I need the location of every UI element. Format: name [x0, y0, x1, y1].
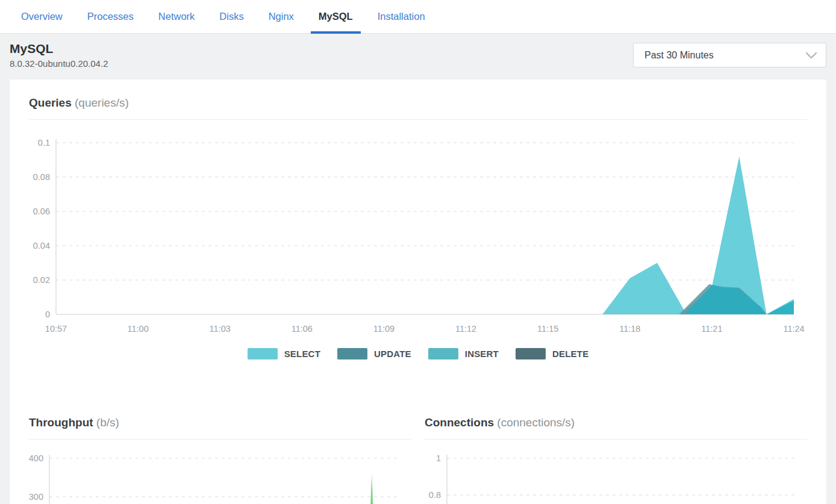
legend-swatch-delete [516, 348, 546, 359]
legend-swatch-select [248, 348, 278, 359]
legend-label: INSERT [465, 349, 499, 359]
chart-title-unit: (connections/s) [497, 416, 575, 429]
x-tick-label: 11:03 [210, 324, 231, 334]
throughput-chart-title: Throughput (b/s) [29, 416, 411, 429]
y-tick-label: 400 [29, 453, 43, 463]
tab-processes[interactable]: Processes [87, 0, 134, 34]
connections-section: Connections (connections/s) 10.8 [425, 416, 807, 504]
connections-chart-title: Connections (connections/s) [425, 416, 807, 429]
chart-title-text: Queries [29, 96, 72, 109]
legend-item-select: SELECT [248, 348, 320, 359]
tab-overview[interactable]: Overview [21, 0, 63, 34]
queries-chart: 0.10.080.060.040.02010:5711:0011:0311:06… [29, 120, 807, 341]
tab-nginx[interactable]: Nginx [269, 0, 294, 34]
queries-legend: SELECTUPDATEINSERTDELETE [29, 347, 807, 359]
tab-installation[interactable]: Installation [378, 0, 425, 34]
page-header: MySQL 8.0.32-0ubuntu0.20.04.2 Past 30 Mi… [0, 34, 836, 75]
chart-title-unit: (queries/s) [75, 96, 129, 109]
metrics-card: Queries (queries/s) 0.10.080.060.040.020… [10, 79, 826, 504]
y-tick-label: 0.04 [33, 241, 50, 250]
x-tick-label: 11:12 [455, 324, 476, 334]
y-tick-label: 0 [45, 310, 50, 319]
tab-mysql[interactable]: MySQL [319, 0, 353, 34]
queries-section: Queries (queries/s) 0.10.080.060.040.020… [29, 96, 807, 359]
tab-network[interactable]: Network [158, 0, 195, 34]
time-range-value: Past 30 Minutes [644, 50, 714, 61]
chart-title-unit: (b/s) [96, 416, 119, 429]
chart-title-text: Connections [425, 416, 494, 429]
legend-label: DELETE [552, 349, 588, 359]
legend-item-delete: DELETE [516, 348, 588, 359]
series-area-select [56, 157, 794, 314]
x-tick-label: 10:57 [45, 324, 67, 334]
x-tick-label: 11:18 [619, 324, 640, 334]
chart-title-text: Throughput [29, 416, 93, 429]
bottom-charts-row: Throughput (b/s) 400300 Connections (con… [29, 416, 807, 504]
series-area-throughput [366, 474, 378, 504]
queries-chart-title: Queries (queries/s) [29, 96, 807, 110]
x-tick-label: 11:21 [701, 324, 722, 334]
y-tick-label: 0.1 [38, 138, 50, 148]
y-tick-label: 0.02 [33, 275, 50, 285]
legend-item-update: UPDATE [337, 348, 411, 359]
legend-swatch-update [337, 348, 367, 359]
y-tick-label: 300 [29, 492, 43, 502]
x-tick-label: 11:15 [537, 324, 558, 334]
tab-bar: OverviewProcessesNetworkDisksNginxMySQLI… [0, 0, 836, 34]
x-tick-label: 11:06 [292, 324, 313, 334]
screen: OverviewProcessesNetworkDisksNginxMySQLI… [0, 0, 836, 504]
legend-item-insert: INSERT [428, 348, 499, 359]
tab-disks[interactable]: Disks [219, 0, 243, 34]
page-title-block: MySQL 8.0.32-0ubuntu0.20.04.2 [10, 41, 108, 69]
legend-label: SELECT [284, 349, 320, 359]
throughput-chart: 400300 [29, 440, 411, 504]
throughput-section: Throughput (b/s) 400300 [29, 416, 411, 504]
chevron-down-icon [805, 52, 817, 59]
mysql-version: 8.0.32-0ubuntu0.20.04.2 [10, 58, 108, 69]
series-area-insert [685, 285, 794, 314]
y-tick-label: 0.06 [33, 207, 50, 216]
connections-chart: 10.8 [425, 440, 807, 504]
y-tick-label: 0.08 [33, 172, 50, 182]
time-range-select[interactable]: Past 30 Minutes [633, 43, 826, 67]
x-tick-label: 11:09 [373, 324, 395, 334]
y-tick-label: 1 [436, 453, 441, 463]
x-tick-label: 11:24 [783, 324, 804, 334]
y-tick-label: 0.8 [429, 490, 441, 500]
legend-label: UPDATE [374, 349, 411, 359]
legend-swatch-insert [428, 348, 458, 359]
x-tick-label: 11:00 [128, 324, 149, 334]
page-title: MySQL [10, 41, 108, 56]
